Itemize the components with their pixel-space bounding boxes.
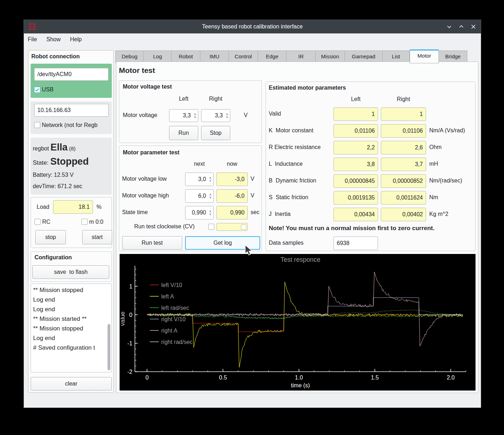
col-left: Left [169, 96, 198, 102]
svg-text:1: 1 [129, 283, 132, 290]
param-label: Valid [269, 111, 281, 117]
voltage-unit: V [244, 112, 248, 118]
motor-constant-left: 0,01106 [334, 124, 378, 138]
close-icon[interactable] [470, 23, 477, 30]
state-time-now-value: 0,990 [216, 206, 248, 219]
spin-arrows-icon[interactable]: ∧∨ [208, 190, 213, 202]
robot-connection-panel: Robot connection /dev/ttyACM0 USB 10.16.… [28, 50, 114, 393]
data-samples-value[interactable]: 6938 [334, 237, 378, 250]
tab-mission[interactable]: Mission [316, 51, 345, 63]
tab-motor[interactable]: Motor [410, 49, 439, 63]
tab-robot[interactable]: Robot [172, 51, 200, 63]
motor-constant-right: 0,01106 [381, 124, 426, 138]
tab-list[interactable]: List [383, 51, 410, 63]
menu-show[interactable]: Show [42, 33, 64, 46]
group-title: Motor parameter test [123, 149, 179, 156]
page-title: Motor test [119, 66, 155, 75]
svg-text:Test responce: Test responce [280, 256, 320, 263]
valid-left: 1 [334, 107, 378, 121]
spin-arrows-icon[interactable]: ∧∨ [224, 110, 230, 122]
param-label: Motor voltage low [122, 176, 167, 182]
voltage-high-now-value: -6,0 [216, 189, 248, 203]
cv-next-checkbox[interactable] [208, 224, 214, 230]
svg-text:0.5: 0.5 [219, 375, 227, 381]
mission-checkbox[interactable]: m 0:0 [82, 219, 103, 225]
resistance-right: 2,6 [381, 141, 426, 154]
test-response-chart: Test responcevaluetime (s)00.51.01.52.0-… [120, 254, 476, 391]
voltage-low-next-spinbox[interactable]: 3,0 ∧∨ [185, 173, 214, 186]
param-label: State time [122, 209, 148, 216]
clear-button[interactable]: clear [31, 377, 112, 391]
left-voltage-spinbox[interactable]: 3,3 ∧∨ [169, 109, 198, 122]
configuration-title: Configuration [35, 254, 72, 261]
cv-now-checkbox [241, 224, 246, 230]
robot-name: Ella [51, 142, 68, 153]
svg-text:time (s): time (s) [291, 382, 310, 388]
cv-label: Run test clockwise (CV) [134, 223, 195, 230]
data-samples-label: Data samples [269, 240, 304, 246]
tab-debug[interactable]: Debug [115, 51, 144, 63]
log-line: ** Mission stopped [33, 324, 109, 333]
device-input[interactable]: /dev/ttyACM0 [34, 68, 109, 81]
svg-text:1.0: 1.0 [295, 375, 303, 381]
right-voltage-spinbox[interactable]: 3,3 ∧∨ [201, 109, 230, 122]
minimize-icon[interactable] [446, 23, 452, 30]
voltage-high-next-spinbox[interactable]: 6,0 ∧∨ [185, 189, 214, 203]
menu-file[interactable]: File [24, 33, 41, 46]
param-label: S Static friction [269, 194, 308, 201]
svg-text:0: 0 [129, 312, 132, 318]
estimated-parameters-group: Estimated motor parameters Left Right Va… [266, 81, 476, 251]
log-list[interactable]: ** Mission stopped Log end Log end ** Mi… [31, 283, 112, 372]
start-button[interactable]: start [82, 230, 112, 244]
tab-strip: Debug Log Robot IMU Control Edge IR Miss… [115, 49, 467, 62]
param-label: B Dynamic friction [269, 177, 316, 184]
usb-connection-box: /dev/ttyACM0 USB [31, 64, 112, 98]
dynamic-friction-right: 0,00000852 [381, 174, 426, 188]
network-checkbox[interactable]: Network (not for Regb [34, 122, 110, 128]
tab-ir[interactable]: IR [287, 51, 316, 63]
state-time-next-spinbox[interactable]: 0,990 ∧∨ [185, 206, 214, 219]
spin-arrows-icon[interactable]: ∧∨ [208, 173, 213, 186]
usb-checkbox[interactable]: USB [34, 86, 53, 93]
tab-log[interactable]: Log [144, 51, 172, 63]
title-bar[interactable]: Teensy based robot calibration interface [24, 20, 481, 33]
rc-checkbox[interactable]: RC [35, 219, 51, 225]
tab-edge[interactable]: Edge [258, 51, 287, 63]
col-right: Right [201, 96, 230, 102]
svg-text:left A: left A [161, 293, 174, 299]
tab-bridge[interactable]: Bridge [439, 51, 467, 63]
col-left: Left [334, 96, 378, 102]
load-value: 18.1 [53, 200, 93, 214]
log-line: Log end [33, 304, 109, 314]
param-label: R Electric resistance [269, 144, 321, 150]
tab-imu[interactable]: IMU [200, 51, 229, 63]
param-unit: Nm [429, 194, 438, 201]
stop-button[interactable]: stop [35, 230, 66, 244]
load-label: Load [37, 204, 49, 210]
mouse-cursor-icon [245, 245, 253, 256]
log-scrollbar[interactable] [107, 324, 110, 370]
svg-text:1.5: 1.5 [371, 375, 379, 381]
state-line: State: Stopped [33, 156, 89, 167]
spin-arrows-icon[interactable]: ∧∨ [208, 206, 213, 219]
run-test-button[interactable]: Run test [122, 236, 182, 250]
param-label: L Inductance [269, 161, 303, 167]
maximize-icon[interactable] [458, 23, 464, 30]
stop-button[interactable]: Stop [201, 126, 230, 140]
ip-input[interactable]: 10.16.166.63 [34, 104, 109, 117]
menu-help[interactable]: Help [66, 33, 86, 46]
param-unit: Kg m^2 [429, 211, 448, 217]
robot-status-box: regbot Ella (8) State: Stopped Battery: … [31, 138, 112, 195]
param-unit: Nm/(rad/sec) [429, 177, 462, 184]
log-line: # Saved configuration t [33, 343, 109, 352]
svg-text:right rad/sec: right rad/sec [161, 339, 193, 345]
param-unit: V [251, 176, 254, 182]
tab-control[interactable]: Control [229, 51, 258, 63]
resistance-left: 2,2 [334, 141, 378, 154]
tab-gamepad[interactable]: Gamepad [345, 51, 383, 63]
save-to-flash-button[interactable]: save to flash [32, 265, 109, 279]
param-unit: V [251, 192, 254, 199]
run-button[interactable]: Run [169, 126, 198, 140]
param-unit: Nm/A (Vs/rad) [429, 127, 465, 134]
spin-arrows-icon[interactable]: ∧∨ [192, 110, 198, 122]
